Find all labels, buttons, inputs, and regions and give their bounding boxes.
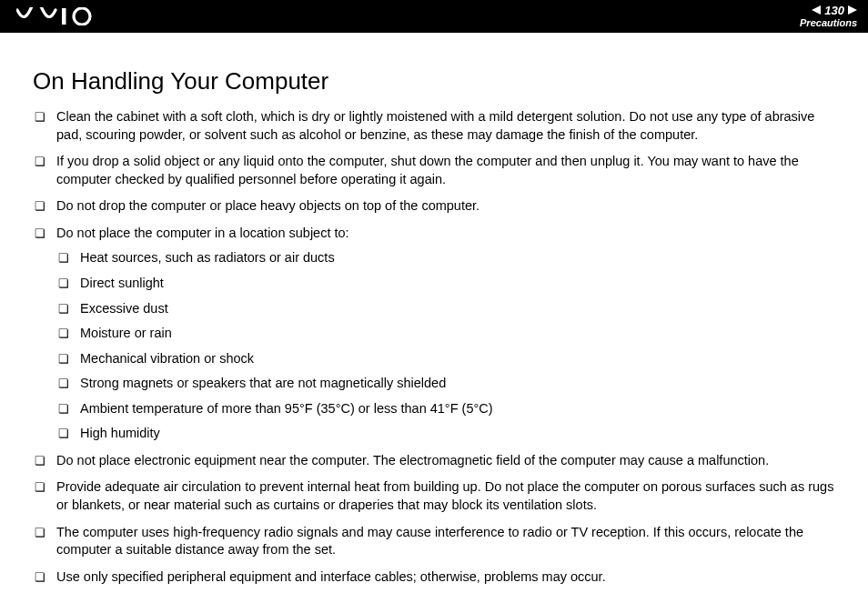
page-content: On Handling Your Computer Clean the cabi… — [0, 33, 868, 586]
list-item: Do not place electronic equipment near t… — [33, 452, 835, 470]
list-item: Direct sunlight — [56, 275, 835, 293]
list-item: Do not place the computer in a location … — [33, 225, 835, 443]
list-item: Do not drop the computer or place heavy … — [33, 197, 835, 216]
list-item: Moisture or rain — [56, 325, 835, 343]
sub-list: Heat sources, such as radiators or air d… — [56, 249, 835, 443]
list-item: Mechanical vibration or shock — [56, 350, 835, 368]
page-title: On Handling Your Computer — [33, 67, 835, 95]
list-item-text: Do not place the computer in a location … — [56, 226, 349, 240]
prev-page-arrow-icon[interactable] — [812, 5, 821, 15]
page-nav: 130 — [800, 4, 857, 18]
list-item: Ambient temperature of more than 95°F (3… — [56, 400, 835, 418]
precautions-list: Clean the cabinet with a soft cloth, whi… — [33, 108, 835, 586]
list-item: Clean the cabinet with a soft cloth, whi… — [33, 108, 835, 144]
page-header: 130 Precautions — [0, 0, 868, 33]
list-item: Provide adequate air circulation to prev… — [33, 478, 835, 514]
list-item: If you drop a solid object or any liquid… — [33, 153, 835, 188]
vaio-logo — [16, 7, 104, 25]
svg-rect-0 — [62, 8, 66, 25]
list-item: Strong magnets or speakers that are not … — [56, 375, 835, 393]
header-right: 130 Precautions — [800, 4, 857, 30]
list-item: The computer uses high-frequency radio s… — [33, 524, 835, 559]
list-item: Heat sources, such as radiators or air d… — [56, 249, 835, 267]
section-label: Precautions — [800, 17, 857, 29]
list-item: Excessive dust — [56, 300, 835, 318]
svg-point-1 — [74, 8, 90, 25]
next-page-arrow-icon[interactable] — [848, 5, 857, 15]
page-number: 130 — [824, 4, 844, 18]
list-item: Use only specified peripheral equipment … — [33, 568, 835, 587]
list-item: High humidity — [56, 425, 835, 443]
